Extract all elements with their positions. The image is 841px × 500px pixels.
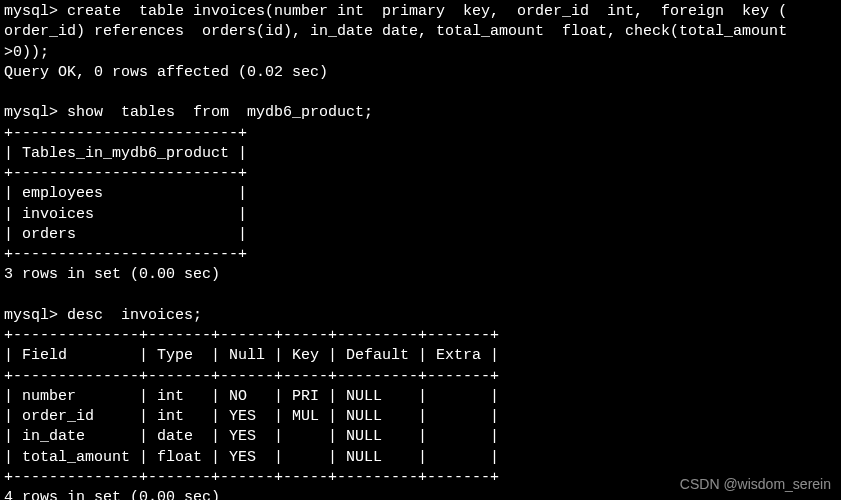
desc-cmd: desc invoices; — [67, 307, 202, 324]
create-result: Query OK, 0 rows affected (0.02 sec) — [4, 64, 328, 81]
desc-result: 4 rows in set (0.00 sec) — [4, 489, 220, 500]
desc-border: +--------------+-------+------+-----+---… — [4, 469, 499, 486]
watermark: CSDN @wisdom_serein — [680, 475, 831, 494]
tables-result: 3 rows in set (0.00 sec) — [4, 266, 220, 283]
tables-border: +-------------------------+ — [4, 165, 247, 182]
desc-row: | in_date | date | YES | | NULL | | — [4, 428, 499, 445]
tables-border: +-------------------------+ — [4, 125, 247, 142]
desc-border: +--------------+-------+------+-----+---… — [4, 368, 499, 385]
tables-border: +-------------------------+ — [4, 246, 247, 263]
prompt: mysql> — [4, 307, 58, 324]
desc-row: | order_id | int | YES | MUL | NULL | | — [4, 408, 499, 425]
create-line1: mysql> create table invoices(number int … — [4, 3, 787, 20]
tables-header: | Tables_in_mydb6_product | — [4, 145, 247, 162]
show-tables-cmd: show tables from mydb6_product; — [67, 104, 373, 121]
create-line2: order_id) references orders(id), in_date… — [4, 23, 787, 40]
tables-row: | invoices | — [4, 206, 247, 223]
prompt: mysql> — [4, 104, 58, 121]
desc-border: +--------------+-------+------+-----+---… — [4, 327, 499, 344]
desc-header: | Field | Type | Null | Key | Default | … — [4, 347, 499, 364]
tables-row: | orders | — [4, 226, 247, 243]
tables-row: | employees | — [4, 185, 247, 202]
create-line3: >0)); — [4, 44, 49, 61]
desc-row: | total_amount | float | YES | | NULL | … — [4, 449, 499, 466]
desc-row: | number | int | NO | PRI | NULL | | — [4, 388, 499, 405]
terminal-output[interactable]: mysql> create table invoices(number int … — [0, 0, 841, 500]
